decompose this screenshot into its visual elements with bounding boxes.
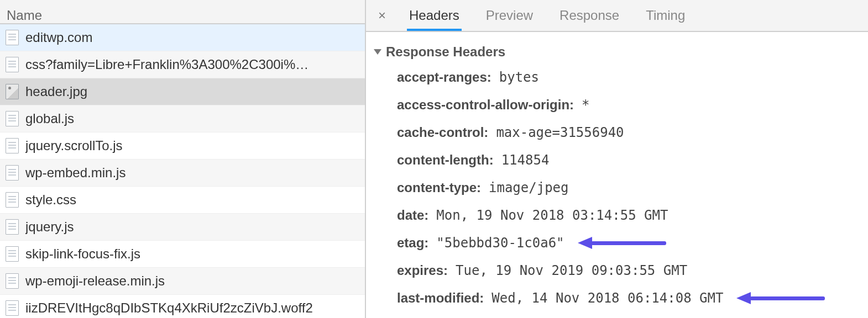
request-name: header.jpg xyxy=(25,84,87,99)
header-key: expires: xyxy=(397,263,448,278)
document-file-icon xyxy=(6,138,19,153)
headers-section: Response Headers accept-ranges:bytesacce… xyxy=(366,32,868,318)
request-row[interactable]: editwp.com xyxy=(0,24,365,51)
section-title: Response Headers xyxy=(386,44,505,60)
header-key: content-length: xyxy=(397,152,494,168)
response-headers-list: accept-ranges:bytesaccess-control-allow-… xyxy=(374,70,860,306)
request-row[interactable]: header.jpg xyxy=(0,78,365,105)
request-row[interactable]: jquery.scrollTo.js xyxy=(0,132,365,160)
header-line: expires:Tue, 19 Nov 2019 09:03:55 GMT xyxy=(374,263,860,278)
request-name: iizDREVItHgc8qDIbSTKq4XkRiUf2zcZiVbJ.wof… xyxy=(25,300,313,316)
header-key: content-type: xyxy=(397,180,481,195)
tab-headers[interactable]: Headers xyxy=(407,1,462,31)
header-value: Mon, 19 Nov 2018 03:14:55 GMT xyxy=(436,208,668,223)
tab-preview[interactable]: Preview xyxy=(484,1,535,31)
annotation-arrow-icon xyxy=(578,239,666,247)
document-file-icon xyxy=(6,273,19,289)
request-row[interactable]: wp-emoji-release.min.js xyxy=(0,268,365,295)
devtools-panel: Name editwp.comcss?family=Libre+Franklin… xyxy=(0,0,868,318)
header-key: access-control-allow-origin: xyxy=(397,97,574,113)
document-file-icon xyxy=(6,246,19,262)
header-value: image/jpeg xyxy=(489,180,569,195)
header-value: max-age=31556940 xyxy=(496,125,624,140)
request-row[interactable]: iizDREVItHgc8qDIbSTKq4XkRiUf2zcZiVbJ.wof… xyxy=(0,295,365,318)
tab-timing[interactable]: Timing xyxy=(644,1,687,31)
request-list: editwp.comcss?family=Libre+Franklin%3A30… xyxy=(0,24,365,318)
request-name: skip-link-focus-fix.js xyxy=(25,246,140,262)
header-key: cache-control: xyxy=(397,125,488,140)
request-name: style.css xyxy=(25,192,76,208)
header-line: content-type:image/jpeg xyxy=(374,180,860,195)
document-file-icon xyxy=(6,300,19,316)
request-list-header[interactable]: Name xyxy=(0,0,365,24)
header-line: content-length:114854 xyxy=(374,152,860,168)
document-file-icon xyxy=(6,165,19,181)
header-value: Wed, 14 Nov 2018 06:14:08 GMT xyxy=(491,290,723,306)
document-file-icon xyxy=(6,111,19,126)
response-headers-toggle[interactable]: Response Headers xyxy=(374,44,860,60)
header-key: accept-ranges: xyxy=(397,70,491,85)
details-tabs: HeadersPreviewResponseTiming xyxy=(407,1,687,31)
annotation-arrow-icon xyxy=(736,294,825,302)
tab-response[interactable]: Response xyxy=(557,1,621,31)
request-row[interactable]: jquery.js xyxy=(0,214,365,241)
header-line: date:Mon, 19 Nov 2018 03:14:55 GMT xyxy=(374,208,860,223)
request-name: jquery.scrollTo.js xyxy=(25,138,123,153)
details-panel: × HeadersPreviewResponseTiming Response … xyxy=(366,0,868,318)
header-value: "5bebbd30-1c0a6" xyxy=(436,235,564,251)
header-line: cache-control:max-age=31556940 xyxy=(374,125,860,140)
request-row[interactable]: wp-embed.min.js xyxy=(0,160,365,187)
request-name: css?family=Libre+Franklin%3A300%2C300i%… xyxy=(25,57,308,72)
details-tabs-bar: × HeadersPreviewResponseTiming xyxy=(366,0,868,32)
header-value: 114854 xyxy=(501,152,550,168)
request-row[interactable]: skip-link-focus-fix.js xyxy=(0,241,365,268)
document-file-icon xyxy=(6,57,19,72)
close-icon[interactable]: × xyxy=(376,8,388,23)
header-value: Tue, 19 Nov 2019 09:03:55 GMT xyxy=(456,263,687,278)
request-name: editwp.com xyxy=(25,30,92,45)
header-key: date: xyxy=(397,208,428,223)
header-key: etag: xyxy=(397,235,428,251)
request-name: global.js xyxy=(25,111,74,126)
document-file-icon xyxy=(6,219,19,235)
request-name: wp-emoji-release.min.js xyxy=(25,273,165,289)
request-list-panel: Name editwp.comcss?family=Libre+Franklin… xyxy=(0,0,366,318)
request-name: wp-embed.min.js xyxy=(25,165,126,181)
header-value: * xyxy=(582,97,589,113)
document-file-icon xyxy=(6,192,19,208)
request-row[interactable]: global.js xyxy=(0,105,365,132)
image-file-icon xyxy=(6,84,19,99)
header-value: bytes xyxy=(499,70,539,85)
chevron-down-icon xyxy=(374,49,381,55)
request-name: jquery.js xyxy=(25,219,74,235)
header-line: last-modified:Wed, 14 Nov 2018 06:14:08 … xyxy=(374,290,860,306)
header-line: accept-ranges:bytes xyxy=(374,70,860,85)
header-line: etag:"5bebbd30-1c0a6" xyxy=(374,235,860,251)
header-key: last-modified: xyxy=(397,290,484,306)
header-line: access-control-allow-origin:* xyxy=(374,97,860,113)
document-file-icon xyxy=(6,30,19,45)
request-row[interactable]: css?family=Libre+Franklin%3A300%2C300i%… xyxy=(0,51,365,78)
request-row[interactable]: style.css xyxy=(0,187,365,214)
